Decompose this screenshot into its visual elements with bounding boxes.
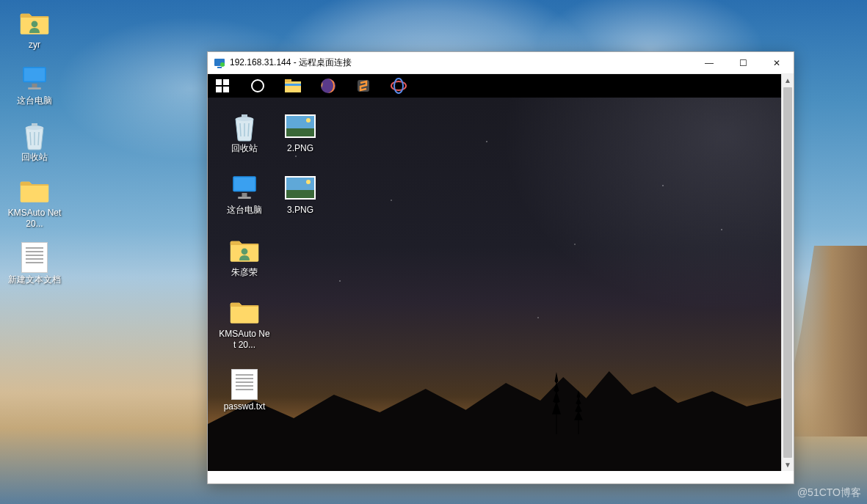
remote-desktop[interactable]: 回收站2.PNG这台电脑3.PNG朱彦荣KMSAuto Net 20...pas… [208, 98, 781, 471]
folder-user-icon [229, 235, 260, 266]
remote-icon-r-recycle[interactable]: 回收站 [218, 111, 271, 153]
folder-user-icon [19, 7, 50, 38]
icon-label: 朱彦荣 [231, 267, 258, 277]
app-icon[interactable] [388, 76, 409, 96]
svg-rect-26 [242, 193, 247, 197]
file-explorer-icon[interactable] [283, 76, 303, 96]
icon-label: zyr [29, 40, 40, 50]
svg-rect-25 [234, 178, 255, 191]
remote-taskbar [208, 74, 781, 98]
watermark: @51CTO博客 [797, 486, 861, 500]
scroll-up-icon[interactable]: ▲ [782, 74, 794, 87]
host-icon-recycle[interactable]: 回收站 [7, 120, 62, 162]
svg-rect-10 [216, 79, 222, 85]
svg-rect-6 [32, 123, 37, 126]
remote-desktop-icons: 回收站2.PNG这台电脑3.PNG朱彦荣KMSAuto Net 20...pas… [218, 111, 327, 412]
rdp-viewport: 回收站2.PNG这台电脑3.PNG朱彦荣KMSAuto Net 20...pas… [208, 74, 781, 471]
svg-rect-16 [285, 79, 291, 82]
wallpaper-trees [540, 368, 599, 434]
icon-label: 这台电脑 [17, 95, 52, 106]
remote-screen[interactable]: 回收站2.PNG这台电脑3.PNG朱彦荣KMSAuto Net 20...pas… [208, 74, 781, 471]
svg-rect-2 [24, 68, 45, 81]
host-desktop-icons: zyr这台电脑回收站KMSAuto Net 20...新建文本文档 [7, 7, 62, 285]
cortana-icon[interactable] [247, 76, 268, 96]
windows-start-icon[interactable] [212, 76, 233, 96]
remote-icon-r-pc[interactable]: 这台电脑 [218, 172, 271, 215]
icon-label: 回收站 [231, 143, 258, 153]
rdp-title: 192.168.31.144 - 远程桌面连接 [230, 56, 692, 69]
icon-label: 2.PNG [287, 143, 313, 153]
sublime-icon[interactable] [353, 76, 374, 96]
svg-point-28 [242, 248, 248, 255]
txt-icon [229, 369, 260, 400]
remote-icon-r-passwd[interactable]: passwd.txt [218, 369, 271, 412]
remote-icon-r-2png[interactable]: 2.PNG [274, 111, 327, 153]
img-icon [285, 111, 316, 142]
remote-icon-r-user[interactable]: 朱彦荣 [218, 235, 271, 277]
rdp-titlebar[interactable]: 192.168.31.144 - 远程桌面连接 — ☐ ✕ [208, 52, 794, 74]
icon-label: 3.PNG [287, 205, 313, 215]
pc-icon [229, 172, 260, 203]
icon-label: 回收站 [21, 152, 48, 162]
icon-label: KMSAuto Net 20... [7, 208, 62, 229]
host-icon-this-pc[interactable]: 这台电脑 [7, 63, 62, 106]
close-button[interactable]: ✕ [760, 52, 794, 73]
window-controls: — ☐ ✕ [692, 52, 794, 73]
rdp-window: 192.168.31.144 - 远程桌面连接 — ☐ ✕ 回收站2.PNG这台… [207, 51, 794, 484]
minimize-button[interactable]: — [692, 52, 726, 73]
svg-point-14 [252, 80, 264, 92]
svg-rect-3 [32, 84, 37, 87]
vertical-scrollbar[interactable]: ▲ ▼ [781, 74, 794, 471]
host-icon-kms[interactable]: KMSAuto Net 20... [7, 175, 62, 229]
remote-icon-r-3png[interactable]: 3.PNG [274, 172, 327, 215]
svg-rect-12 [216, 87, 222, 92]
img-icon [285, 172, 316, 203]
svg-rect-23 [242, 114, 247, 117]
svg-point-0 [32, 21, 38, 27]
folder-icon [19, 175, 50, 206]
svg-rect-11 [223, 79, 229, 85]
firefox-icon[interactable] [318, 76, 338, 96]
scroll-thumb[interactable] [783, 87, 792, 458]
recycle-icon [229, 111, 260, 142]
icon-label: KMSAuto Net 20... [218, 329, 271, 350]
host-icon-user-folder[interactable]: zyr [7, 7, 62, 50]
svg-rect-27 [238, 197, 251, 200]
host-icon-newtxt[interactable]: 新建文本文档 [7, 242, 62, 285]
svg-point-9 [220, 62, 225, 67]
svg-rect-15 [285, 81, 301, 92]
recycle-icon [19, 120, 50, 150]
icon-label: 新建文本文档 [8, 274, 61, 285]
pc-icon [19, 63, 50, 94]
svg-rect-17 [285, 84, 301, 86]
remote-icon-r-kms[interactable]: KMSAuto Net 20... [218, 296, 271, 350]
svg-rect-13 [223, 87, 229, 92]
icon-label: 这台电脑 [227, 205, 262, 215]
folder-icon [229, 296, 260, 327]
rdp-app-icon [214, 57, 225, 69]
maximize-button[interactable]: ☐ [726, 52, 760, 73]
svg-rect-8 [217, 67, 222, 68]
svg-rect-4 [28, 88, 41, 90]
scroll-down-icon[interactable]: ▼ [782, 459, 794, 471]
txt-icon [19, 242, 50, 273]
icon-label: passwd.txt [224, 401, 266, 412]
